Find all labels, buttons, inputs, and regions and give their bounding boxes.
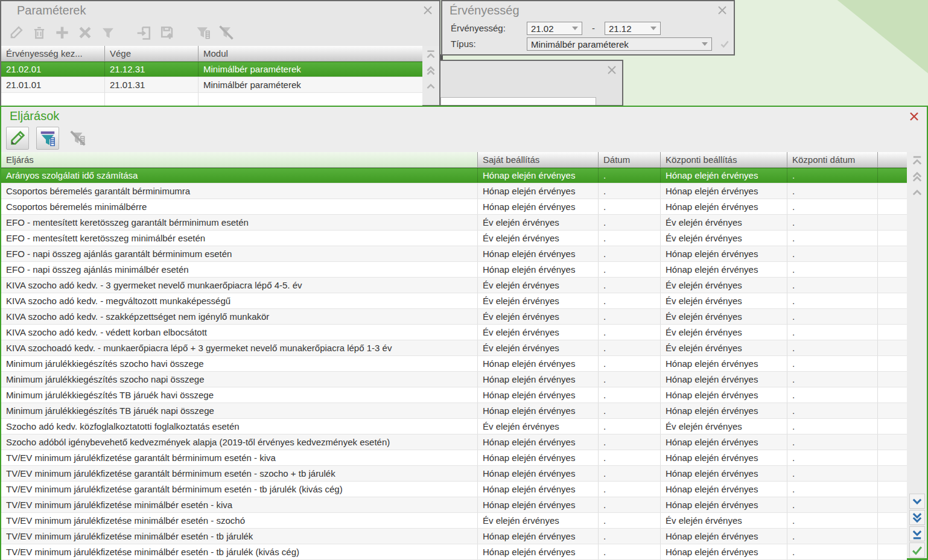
column-header-own-setting[interactable]: Saját beállítás: [478, 152, 599, 168]
row-up-icon[interactable]: [424, 80, 437, 93]
validity-to-value: 21.12: [605, 24, 650, 34]
edit-icon[interactable]: [7, 24, 25, 42]
discard-icon[interactable]: [76, 24, 94, 42]
table-row[interactable]: EFO - mentesített keretösszeg garantált …: [1, 215, 907, 231]
row-down-icon[interactable]: [909, 494, 925, 509]
table-row[interactable]: Minimum járulékkiegészítés TB járuék hav…: [1, 387, 907, 403]
procedures-table-header: Eljárás Saját beállítás Dátum Központi b…: [1, 152, 907, 168]
confirm-check-icon[interactable]: [909, 542, 925, 558]
table-cell: TV/EV minimum járulékfizetése minimálbér…: [1, 513, 478, 528]
table-row[interactable]: TV/EV minimum járulékfizetése minimálbér…: [1, 544, 907, 560]
table-cell: Hónap elején érvényes: [478, 450, 599, 465]
table-cell: Hónap elején érvényes: [478, 168, 599, 183]
validity-from-value: 21.02: [527, 24, 572, 34]
table-cell: Év elején érvényes: [478, 340, 599, 355]
table-row[interactable]: Csoportos béremelés minimálbérreHónap el…: [1, 199, 907, 215]
confirm-check-icon[interactable]: [719, 39, 730, 49]
column-header-central-setting[interactable]: Központi beállítás: [661, 152, 787, 168]
table-cell: .: [787, 403, 878, 418]
table-row[interactable]: Minimum járulékkiegészítés szocho napi ö…: [1, 372, 907, 387]
table-row[interactable]: KIVA szocho adó kedv. - védett korban el…: [1, 325, 907, 340]
table-cell: [878, 466, 907, 481]
column-header-end[interactable]: Vége: [105, 46, 199, 62]
table-row[interactable]: Arányos szolgálati idő számításaHónap el…: [1, 168, 907, 183]
table-cell: .: [599, 482, 661, 497]
page-up-icon[interactable]: [911, 170, 924, 183]
page-down-icon[interactable]: [909, 510, 925, 525]
procedures-titlebar: Eljárások: [1, 107, 927, 125]
row-up-icon[interactable]: [911, 186, 924, 199]
table-cell: Csoportos béremelés minimálbérre: [1, 199, 478, 214]
table-row[interactable]: KIVA szocho adó kedv. - megváltozott mun…: [1, 293, 907, 309]
validity-panel: Érvényesség Érvényesség: 21.02 - 21.12 T…: [441, 0, 735, 56]
procedures-scroll-nav: [907, 152, 927, 558]
table-row[interactable]: TV/EV minimum járulékfizetése garantált …: [1, 482, 907, 497]
close-icon[interactable]: [717, 5, 728, 16]
filter-icon[interactable]: [99, 24, 117, 42]
column-header-validity-start[interactable]: Érvényesség kez...: [1, 46, 105, 62]
table-cell: Hónap elején érvényes: [661, 497, 787, 512]
table-row[interactable]: Szocho adóból igénybevehető kedvezmények…: [1, 434, 907, 450]
filter-advanced-button[interactable]: [36, 127, 59, 150]
table-row[interactable]: EFO - napi összeg ajánlás garantált bérm…: [1, 246, 907, 262]
table-row[interactable]: 21.01.0121.01.31Minimálbér paraméterek: [1, 77, 422, 93]
table-cell: TV/EV minimum járulékfizetése minimálbér…: [1, 497, 478, 512]
table-cell: Év elején érvényes: [661, 340, 787, 355]
table-row[interactable]: TV/EV minimum járulékfizetése minimálbér…: [1, 529, 907, 544]
table-cell: TV/EV minimum járulékfizetése garantált …: [1, 466, 478, 481]
table-cell: [878, 168, 907, 183]
table-cell: .: [787, 466, 878, 481]
add-icon[interactable]: [53, 24, 71, 42]
delete-icon[interactable]: [30, 24, 48, 42]
column-header-module[interactable]: Modul: [199, 46, 422, 62]
table-cell: [878, 450, 907, 465]
import-icon[interactable]: [135, 24, 153, 42]
scroll-bottom-icon[interactable]: [909, 526, 925, 541]
table-cell: .: [787, 262, 878, 277]
background-panel-input[interactable]: [440, 97, 596, 105]
table-cell: [878, 529, 907, 544]
table-cell: .: [787, 215, 878, 230]
column-header-central-date[interactable]: Központi dátum: [787, 152, 878, 168]
validity-to-select[interactable]: 21.12: [605, 22, 661, 35]
close-icon[interactable]: [422, 5, 433, 16]
table-row[interactable]: TV/EV minimum járulékfizetése garantált …: [1, 450, 907, 466]
scroll-top-icon[interactable]: [424, 48, 437, 62]
table-row[interactable]: Minimum járulékkiegészítés TB járuék nap…: [1, 403, 907, 419]
table-cell: Év elején érvényes: [661, 419, 787, 434]
scroll-top-icon[interactable]: [911, 154, 924, 168]
column-header-date[interactable]: Dátum: [599, 152, 661, 168]
filter-advanced-icon[interactable]: [194, 24, 212, 42]
table-row[interactable]: Csoportos béremelés garantált bérminimum…: [1, 183, 907, 199]
table-row[interactable]: TV/EV minimum járulékfizetése minimálbér…: [1, 497, 907, 513]
table-cell: 21.12.31: [105, 62, 199, 77]
table-row[interactable]: KIVA szocho adó kedv. - szakképzettséget…: [1, 309, 907, 325]
close-icon[interactable]: [909, 111, 920, 122]
filter-clear-icon[interactable]: [217, 24, 235, 42]
table-row[interactable]: 21.02.0121.12.31Minimálbér paraméterek: [1, 62, 422, 77]
close-icon[interactable]: [606, 65, 617, 75]
table-row[interactable]: Minimum járulékkiegészítés szocho havi ö…: [1, 356, 907, 372]
table-row[interactable]: KIVA szochoadó kedv. - munkaerőpiacra lé…: [1, 340, 907, 356]
table-row[interactable]: KIVA szocho adó kedv. - 3 gyermeket neve…: [1, 278, 907, 293]
parameters-scroll-nav: [422, 46, 439, 105]
table-cell: EFO - napi összeg ajánlás garantált bérm…: [1, 246, 478, 261]
edit-button[interactable]: [6, 127, 29, 150]
table-row[interactable]: Szocho adó kedv. közfoglalkoztatotti fog…: [1, 419, 907, 434]
type-select[interactable]: Minimálbér paraméterek: [527, 37, 712, 51]
table-cell: KIVA szocho adó kedv. - 3 gyermeket neve…: [1, 278, 478, 293]
page-up-icon[interactable]: [424, 64, 437, 77]
table-row[interactable]: TV/EV minimum járulékfizetése minimálbér…: [1, 513, 907, 529]
table-cell: [878, 215, 907, 230]
table-cell: Hónap elején érvényes: [478, 262, 599, 277]
table-row[interactable]: EFO - napi összeg ajánlás minimálbér ese…: [1, 262, 907, 278]
export-icon[interactable]: [158, 24, 176, 42]
table-cell: Hónap elején érvényes: [478, 199, 599, 214]
validity-from-select[interactable]: 21.02: [527, 22, 582, 35]
filter-clear-button[interactable]: [66, 127, 89, 150]
table-cell: Év elején érvényes: [661, 278, 787, 293]
table-row[interactable]: EFO - mentesített keretösszeg minimálbér…: [1, 231, 907, 246]
table-row[interactable]: TV/EV minimum járulékfizetése garantált …: [1, 466, 907, 482]
column-header-procedure[interactable]: Eljárás: [1, 152, 478, 168]
app-window: Paraméterek: [0, 0, 928, 560]
